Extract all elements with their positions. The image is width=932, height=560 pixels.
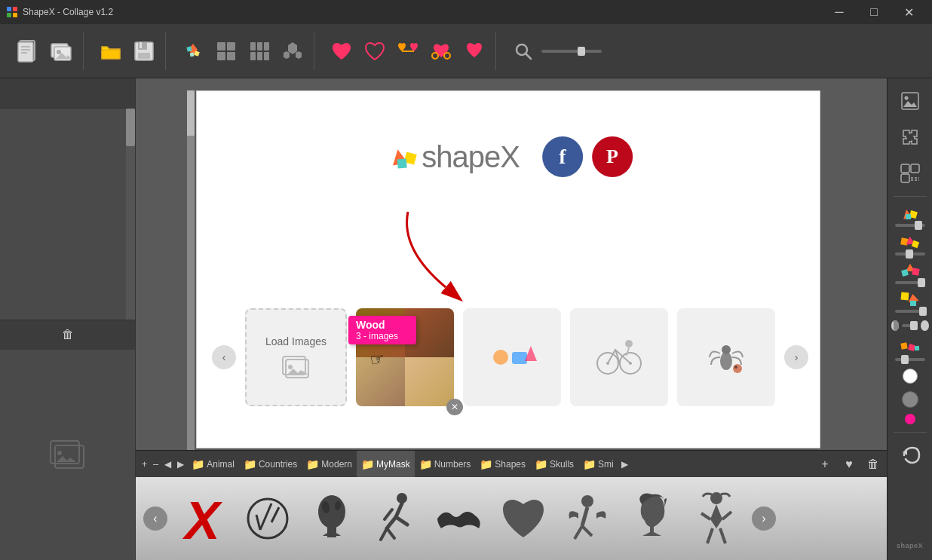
slider-4-thumb — [919, 307, 927, 316]
tab-plus[interactable]: – — [150, 458, 161, 470]
tab-smi[interactable]: 📁 Smi — [578, 451, 618, 478]
tab-add-button[interactable]: + — [814, 454, 835, 475]
slider-brightness[interactable] — [902, 324, 918, 327]
mask-item-runner[interactable] — [367, 487, 424, 551]
folder-icon-shapes: 📁 — [480, 458, 492, 470]
tab-skulls[interactable]: 📁 Skulls — [530, 451, 578, 478]
image-cell-insect[interactable] — [677, 308, 775, 406]
tabs-nav-next[interactable]: ▶ — [618, 451, 631, 478]
gray-circle-indicator — [902, 391, 918, 408]
tab-modern[interactable]: 📁 Modern — [302, 451, 357, 478]
svg-point-63 — [734, 366, 737, 369]
tabs-prev-button[interactable]: + — [139, 451, 150, 478]
tabs-nav-prev2[interactable]: ▶ — [174, 451, 187, 478]
favorites-3-button[interactable] — [426, 36, 456, 66]
svg-point-62 — [733, 364, 742, 373]
title-bar: ShapeX - Collage v1.2 ─ □ ✕ — [0, 0, 932, 24]
canvas[interactable]: shapeX f P — [196, 90, 820, 448]
search-button[interactable] — [508, 36, 538, 66]
image-cell-bicycle[interactable] — [570, 308, 668, 406]
wood-image-3 — [356, 357, 405, 406]
delete-button[interactable]: 🗑 — [62, 328, 74, 341]
open-folder-button[interactable] — [96, 36, 126, 66]
slider-5[interactable] — [895, 358, 925, 361]
close-button[interactable]: ✕ — [891, 0, 926, 24]
tab-smi-label: Smi — [598, 459, 614, 470]
mask-strip-next-button[interactable]: › — [752, 506, 776, 531]
search-slider[interactable] — [541, 50, 602, 53]
tab-delete-button[interactable]: 🗑 — [863, 454, 884, 475]
social-icons: f P — [542, 136, 633, 177]
right-sidebar: shapeX — [887, 78, 932, 560]
svg-rect-13 — [102, 50, 120, 59]
heart-simple-button[interactable] — [459, 36, 489, 66]
undo-button[interactable] — [894, 439, 927, 472]
mask-item-cheerleader[interactable] — [688, 487, 744, 551]
right-image-tool-button[interactable] — [894, 84, 927, 118]
slider-4[interactable] — [895, 310, 925, 313]
image-cell-animals[interactable] — [463, 308, 561, 406]
slider-1[interactable] — [895, 224, 925, 227]
pinterest-icon: P — [592, 136, 633, 177]
tab-countries[interactable]: 📁 Countries — [239, 451, 302, 478]
mask-strip-prev-button[interactable]: ‹ — [143, 506, 167, 531]
mask-item-woman-profile[interactable] — [624, 487, 680, 551]
colorful-shapes-button[interactable] — [178, 36, 208, 66]
mask-item-heart[interactable] — [495, 487, 552, 551]
canvas-vscrollbar[interactable] — [187, 90, 195, 450]
mask-item-x[interactable]: X — [175, 487, 231, 551]
mask-item-mustache[interactable] — [431, 487, 488, 551]
mask-item-cupid[interactable] — [560, 487, 616, 551]
slider-2[interactable] — [895, 252, 925, 256]
brightness-row — [891, 320, 929, 331]
tab-numbers[interactable]: 📁 Numbers — [415, 451, 476, 478]
save-button[interactable] — [129, 36, 159, 66]
new-document-button[interactable] — [14, 36, 44, 66]
mask-runner-icon — [373, 491, 418, 547]
mask-tabs: + – ◀ ▶ 📁 Animal 📁 Countries 📁 Modern 📁 … — [136, 450, 887, 477]
maximize-button[interactable]: □ — [857, 0, 891, 24]
shapex-logo-shapes — [384, 138, 422, 176]
mask-item-circle-v[interactable] — [239, 487, 296, 551]
layout-6-button[interactable] — [244, 36, 274, 66]
toolbar-group-favorites — [320, 32, 496, 70]
minimize-button[interactable]: ─ — [822, 0, 857, 24]
mask-item-woman-face[interactable] — [303, 487, 360, 551]
svg-rect-78 — [901, 174, 909, 182]
tab-shapes[interactable]: 📁 Shapes — [475, 451, 530, 478]
tab-animal[interactable]: 📁 Animal — [187, 451, 239, 478]
open-images-button[interactable] — [47, 36, 77, 66]
right-swap-tool-button[interactable] — [894, 157, 927, 190]
svg-rect-31 — [264, 52, 269, 60]
strip-next-button[interactable]: › — [784, 345, 808, 369]
wood-cell[interactable]: Wood 3 - images ✕ — [356, 308, 454, 406]
sidebar-image-placeholder — [49, 439, 87, 470]
layout-hex-button[interactable] — [277, 36, 308, 66]
brand-area: shapeX — [897, 542, 923, 554]
svg-point-59 — [625, 340, 633, 347]
heart-outline-button[interactable] — [360, 36, 390, 66]
svg-point-50 — [288, 365, 293, 369]
sidebar-scrollbar[interactable] — [126, 109, 135, 320]
layout-grid-button[interactable] — [211, 36, 241, 66]
heart-solid-button[interactable] — [327, 36, 357, 66]
svg-rect-1 — [13, 7, 17, 11]
load-images-cell[interactable]: Load Images — [245, 308, 347, 406]
wood-close-button[interactable]: ✕ — [446, 399, 463, 415]
tab-favorite-button[interactable]: ♥ — [838, 454, 860, 475]
wood-tooltip: Wood 3 - images — [348, 316, 416, 344]
slider-3[interactable] — [895, 281, 925, 284]
svg-text:X: X — [182, 492, 223, 545]
svg-marker-34 — [296, 51, 302, 59]
svg-rect-92 — [908, 344, 915, 351]
colorful-icon-2 — [900, 234, 921, 250]
tab-numbers-label: Numbers — [434, 459, 471, 470]
tab-actions: + ♥ 🗑 — [814, 454, 884, 475]
favorites-2-button[interactable] — [393, 36, 423, 66]
strip-prev-button[interactable]: ‹ — [212, 345, 236, 369]
right-puzzle-tool-button[interactable] — [894, 121, 927, 154]
svg-point-36 — [432, 53, 438, 59]
svg-rect-88 — [900, 292, 909, 301]
tabs-nav-prev[interactable]: ◀ — [161, 451, 174, 478]
tab-mymask[interactable]: 📁 MyMask — [357, 451, 415, 478]
